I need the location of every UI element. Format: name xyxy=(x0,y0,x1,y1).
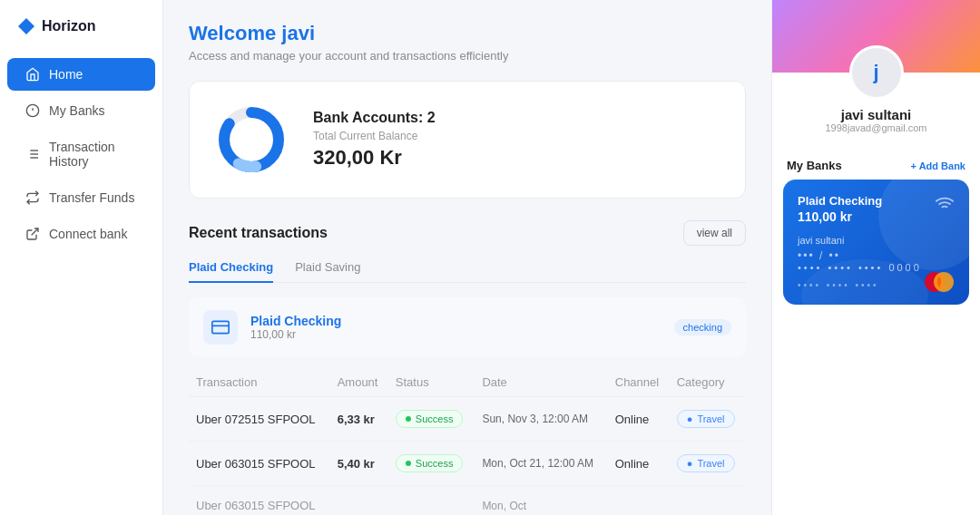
card-holder: javi sultani xyxy=(798,235,955,246)
tx-status: Success xyxy=(388,397,475,442)
col-transaction: Transaction xyxy=(189,368,330,397)
tx-amount xyxy=(330,486,388,516)
card-chip-dots: •••• •••• •••• xyxy=(798,280,955,290)
sidebar-item-label: Connect bank xyxy=(49,227,127,241)
table-row: Uber 063015 SFPOOLMon, Oct xyxy=(189,486,746,516)
status-badge: Success xyxy=(396,454,464,472)
my-banks-title: My Banks xyxy=(787,159,842,172)
col-channel: Channel xyxy=(608,368,670,397)
welcome-title: Welcome javi xyxy=(189,22,746,45)
tx-category: ●Travel xyxy=(670,442,746,486)
sidebar-item-connect-bank[interactable]: Connect bank xyxy=(7,218,155,250)
main-content: Welcome javi Access and manage your acco… xyxy=(163,0,771,515)
account-name: Plaid Checking xyxy=(250,314,341,328)
col-amount: Amount xyxy=(330,368,388,397)
account-row: Plaid Checking 110,00 kr checking xyxy=(189,297,746,357)
right-panel: j javi sultani 1998javad@gmail.com My Ba… xyxy=(771,0,980,515)
sidebar-item-my-banks[interactable]: My Banks xyxy=(7,94,155,127)
tx-date: Mon, Oct 21, 12:00 AM xyxy=(475,442,607,486)
tx-name: Uber 063015 SFPOOL xyxy=(189,486,330,516)
table-row: Uber 072515 SFPOOL 6,33 kr Success Sun, … xyxy=(189,397,746,442)
tx-channel: Online xyxy=(608,397,670,442)
tx-status xyxy=(388,486,475,516)
card-expiry: ••• / •• xyxy=(798,249,955,262)
category-dot: ● xyxy=(687,413,693,424)
transaction-tabs: Plaid Checking Plaid Saving xyxy=(189,260,746,283)
add-bank-button[interactable]: + Add Bank xyxy=(911,160,965,171)
card-info: Plaid Checking 110,00 kr xyxy=(798,194,882,224)
app-name: Horizon xyxy=(42,18,96,34)
transfer-icon xyxy=(25,190,40,205)
tab-plaid-checking[interactable]: Plaid Checking xyxy=(189,260,273,283)
accounts-count: Bank Accounts: 2 xyxy=(313,110,436,126)
sidebar-item-label: Home xyxy=(49,67,83,82)
user-email: 1998javad@gmail.com xyxy=(825,122,926,133)
bank-icon xyxy=(25,103,40,118)
sidebar-item-home[interactable]: Home xyxy=(7,58,155,91)
col-status: Status xyxy=(388,368,475,397)
total-balance: 320,00 Kr xyxy=(313,146,436,170)
category-badge: ●Travel xyxy=(677,454,735,472)
list-icon xyxy=(25,147,40,161)
col-date: Date xyxy=(475,368,607,397)
avatar: j xyxy=(849,45,904,100)
svg-line-9 xyxy=(32,228,38,235)
svg-rect-13 xyxy=(212,321,229,333)
svg-point-11 xyxy=(224,112,279,167)
bank-card: Plaid Checking 110,00 kr javi sultani ••… xyxy=(783,180,969,305)
profile-section: j javi sultani 1998javad@gmail.com xyxy=(772,45,980,148)
credit-card-icon xyxy=(211,318,230,336)
welcome-subtitle: Access and manage your account and trans… xyxy=(189,49,746,63)
logo-diamond-icon xyxy=(18,18,34,34)
transaction-table: Transaction Amount Status Date Channel C… xyxy=(189,368,746,515)
tx-amount: 6,33 kr xyxy=(330,397,388,442)
donut-chart xyxy=(215,103,288,176)
bank-summary-card: Bank Accounts: 2 Total Current Balance 3… xyxy=(189,81,746,199)
welcome-section: Welcome javi Access and manage your acco… xyxy=(189,22,746,63)
section-header: Recent transactions view all xyxy=(189,220,746,246)
card-balance: 110,00 kr xyxy=(798,209,882,224)
logo: Horizon xyxy=(0,18,162,56)
sidebar-item-transaction-history[interactable]: Transaction History xyxy=(7,131,155,178)
status-dot-icon xyxy=(406,461,411,466)
status-badge: Success xyxy=(396,410,464,428)
card-name: Plaid Checking xyxy=(798,194,882,208)
tx-category: ●Travel xyxy=(670,397,746,442)
view-all-button[interactable]: view all xyxy=(683,220,746,246)
account-balance: 110,00 kr xyxy=(250,328,341,341)
tx-name: Uber 072515 SFPOOL xyxy=(189,397,330,442)
tx-status: Success xyxy=(388,442,475,486)
tx-name: Uber 063015 SFPOOL xyxy=(189,442,330,486)
tab-plaid-saving[interactable]: Plaid Saving xyxy=(295,260,360,283)
sidebar-item-label: My Banks xyxy=(49,103,104,118)
balance-label: Total Current Balance xyxy=(313,130,436,142)
status-dot-icon xyxy=(406,416,411,422)
sidebar-item-label: Transaction History xyxy=(49,140,137,169)
category-dot: ● xyxy=(687,458,693,469)
tx-channel: Online xyxy=(608,442,670,486)
category-badge: ●Travel xyxy=(677,410,735,428)
recent-transactions-section: Recent transactions view all Plaid Check… xyxy=(189,220,746,515)
table-row: Uber 063015 SFPOOL 5,40 kr Success Mon, … xyxy=(189,442,746,486)
sidebar-item-label: Transfer Funds xyxy=(49,190,134,205)
plug-icon xyxy=(25,227,40,241)
section-title: Recent transactions xyxy=(189,225,328,241)
col-category: Category xyxy=(670,368,746,397)
account-details: Plaid Checking 110,00 kr xyxy=(250,314,341,341)
card-top: Plaid Checking 110,00 kr xyxy=(798,194,955,224)
home-icon xyxy=(25,67,40,82)
tx-amount: 5,40 kr xyxy=(330,442,388,486)
account-type-badge: checking xyxy=(674,319,731,335)
user-name: javi sultani xyxy=(841,107,912,122)
contactless-icon xyxy=(935,194,955,219)
sidebar-item-transfer-funds[interactable]: Transfer Funds xyxy=(7,181,155,214)
bank-info: Bank Accounts: 2 Total Current Balance 3… xyxy=(313,110,436,170)
my-banks-header: My Banks + Add Bank xyxy=(772,148,980,180)
sidebar: Horizon Home My Banks Transaction Histor… xyxy=(0,0,163,515)
tx-date: Sun, Nov 3, 12:00 AM xyxy=(475,397,607,442)
tx-date: Mon, Oct xyxy=(475,486,607,516)
account-icon xyxy=(203,310,238,345)
